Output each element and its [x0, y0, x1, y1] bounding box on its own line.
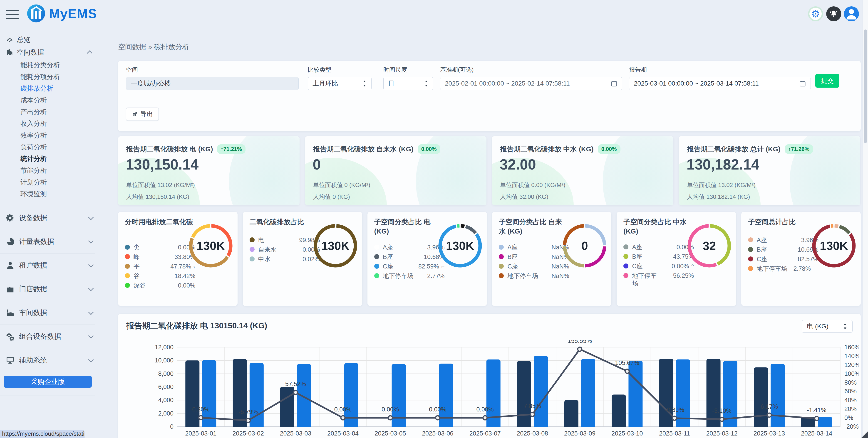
legend-label: A座	[507, 243, 518, 251]
chevron-down-icon	[88, 309, 94, 315]
user-icon	[6, 261, 14, 270]
legend-item[interactable]: 平47.78%₇	[125, 262, 195, 272]
legend-item[interactable]: C座NaN%	[499, 262, 569, 272]
donut-card-title: 子空间分类占比 电 (KG)	[374, 217, 442, 236]
breadcrumb-current: 碳排放分析	[154, 43, 189, 51]
sidebar-group[interactable]: 设备数据	[0, 206, 95, 230]
settings-button[interactable]: ⚙	[808, 6, 823, 21]
chevron-down-icon	[88, 286, 94, 291]
energy-type-select[interactable]: 电 (KG)	[802, 320, 852, 333]
donut-card: 子空间分类占比 中水 (KG)A座0.00%B座43.75%C座0.00%^地下…	[617, 212, 736, 306]
legend-dot-icon	[499, 254, 504, 259]
sidebar-item[interactable]: 节能分析	[0, 165, 95, 176]
kpi-title: 报告期二氧化碳排放 总计 (KG)	[687, 144, 781, 154]
sidebar-item[interactable]: 收入分析	[0, 118, 95, 130]
sidebar-group[interactable]: 车间数据	[0, 301, 95, 325]
legend-dot-icon	[125, 264, 130, 269]
svg-text:0.00%: 0.00%	[429, 406, 446, 413]
sidebar-item[interactable]: 环境监测	[0, 188, 95, 200]
trend-chart-card: 报告期二氧化碳排放 电 130150.14 (KG) 电 (KG) 02,000…	[118, 314, 861, 438]
legend-item[interactable]: A座NaN%	[499, 243, 569, 253]
kpi-value: 130,182.14	[686, 156, 759, 173]
sidebar-group[interactable]: 组合设备数据	[0, 325, 95, 348]
sidebar-item[interactable]: 能耗分项分析	[0, 71, 95, 83]
breadcrumb-parent[interactable]: 空间数据	[118, 43, 146, 51]
legend-item[interactable]: 电99.98%	[250, 236, 320, 245]
sidebar-item[interactable]: 统计分析	[0, 153, 95, 165]
buy-enterprise-button[interactable]: 采购企业版	[4, 376, 92, 388]
page-scrollbar[interactable]	[863, 0, 868, 438]
legend-item[interactable]: 峰33.80%	[125, 253, 195, 262]
sidebar-item[interactable]: 效率分析	[0, 130, 95, 141]
svg-text:100%: 100%	[844, 370, 859, 377]
svg-text:2025-03-02: 2025-03-02	[232, 430, 264, 437]
legend-dot-icon	[250, 237, 255, 242]
sidebar-group-space-data[interactable]: 空间数据	[0, 45, 95, 59]
svg-text:2025-03-03: 2025-03-03	[280, 430, 311, 437]
base-period-value: 2025-02-01 00:00:00 ~ 2025-02-14 07:58:1…	[445, 80, 570, 87]
legend-percent: 2.77%	[427, 272, 445, 280]
legend-item[interactable]: A座0.00%	[623, 243, 694, 252]
legend-item[interactable]: 深谷0.00%	[125, 281, 195, 291]
svg-text:0.00%: 0.00%	[334, 406, 352, 413]
chevron-down-icon	[88, 262, 94, 267]
svg-text:2025-03-01: 2025-03-01	[185, 430, 216, 437]
sidebar-item-overview[interactable]: 总览	[0, 34, 95, 45]
brand[interactable]: MyEMS	[26, 4, 97, 23]
user-avatar[interactable]	[844, 6, 859, 21]
legend-label: 地下停车场	[757, 265, 787, 273]
menu-toggle-button[interactable]	[6, 10, 19, 19]
sidebar-group[interactable]: 门店数据	[0, 277, 95, 301]
sidebar-group[interactable]: 辅助系统	[0, 348, 95, 372]
sidebar-item[interactable]: 产出分析	[0, 106, 95, 118]
kpi-value: 130,150.14	[126, 156, 198, 173]
legend-item[interactable]: C座0.00%^	[623, 262, 694, 272]
report-period-label: 报告期	[629, 66, 811, 74]
space-label: 空间	[126, 66, 299, 74]
period-type-select[interactable]: 日	[383, 77, 433, 90]
legend-dot-icon	[748, 247, 753, 252]
legend-item[interactable]: C座82.57%	[748, 255, 818, 265]
notifications-button[interactable]	[826, 6, 841, 21]
sidebar-item[interactable]: 计划分析	[0, 176, 95, 188]
legend-item[interactable]: 地下停车场2.78%—	[748, 265, 818, 274]
space-input[interactable]: 一度城/办公楼	[126, 77, 299, 90]
legend-label: 峰	[133, 253, 140, 261]
svg-text:2,000: 2,000	[158, 410, 174, 417]
kpi-per-area: 单位面积值 0 (KG/M²)	[313, 181, 370, 189]
legend-item[interactable]: 尖0.00%	[125, 243, 195, 253]
legend-item[interactable]: 地下停车场NaN%	[499, 272, 569, 281]
legend-item[interactable]: A座3.96%	[748, 236, 818, 245]
sidebar-item[interactable]: 负荷分析	[0, 141, 95, 153]
monitor-icon	[6, 356, 14, 365]
legend-item[interactable]: B座NaN%	[499, 253, 569, 262]
legend-dot-icon	[374, 264, 379, 269]
legend-item[interactable]: C座82.59%⌐	[374, 262, 445, 272]
export-button[interactable]: 导出	[126, 108, 159, 121]
sidebar-group[interactable]: 租户数据	[0, 254, 95, 277]
sidebar-item[interactable]: 碳排放分析	[0, 82, 95, 94]
legend-label: 地下停车场	[632, 272, 659, 287]
sidebar-item[interactable]: 能耗分类分析	[0, 59, 95, 71]
legend-item[interactable]: 谷18.42%	[125, 272, 195, 281]
comparison-select[interactable]: 上月环比	[308, 77, 372, 90]
legend-item[interactable]: 地下停车场56.25%	[623, 272, 694, 287]
legend-item[interactable]: 地下停车场2.77%	[374, 272, 445, 281]
legend-item[interactable]: 自来水0.00%	[250, 245, 320, 255]
legend-item[interactable]: A座3.96%	[374, 243, 445, 253]
calendar-icon	[799, 80, 806, 87]
report-period-input[interactable]: 2025-03-01 00:00:00 ~ 2025-03-14 07:58:1…	[629, 77, 811, 90]
submit-button[interactable]: 提交	[815, 74, 839, 88]
kpi-per-capita: 人均值 130,150.14 (KG)	[126, 193, 189, 201]
kpi-change-badge: ↑71.26%	[785, 144, 813, 154]
legend-item[interactable]: B座10.68%	[374, 253, 445, 262]
sidebar-group[interactable]: 计量表数据	[0, 230, 95, 254]
up-arrow-icon: ↑	[788, 146, 791, 152]
base-period-input[interactable]: 2025-02-01 00:00:00 ~ 2025-02-14 07:58:1…	[440, 77, 622, 90]
legend-item[interactable]: B座10.69%	[748, 245, 818, 255]
sidebar-item[interactable]: 成本分析	[0, 94, 95, 106]
svg-text:-1.41%: -1.41%	[807, 407, 827, 413]
scrollbar-thumb[interactable]	[864, 30, 867, 143]
legend-item[interactable]: 中水0.02%	[250, 255, 320, 265]
legend-item[interactable]: B座43.75%	[623, 252, 694, 262]
